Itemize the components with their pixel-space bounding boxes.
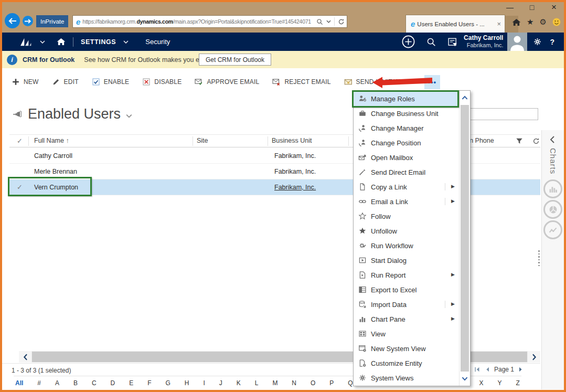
cell-full-name[interactable]: Cathy Carroll	[34, 152, 72, 160]
address-bar[interactable]: e https://fabrikamorg.crm.dynamics.com/m…	[72, 15, 347, 28]
browser-back-button[interactable]	[5, 13, 20, 28]
help-button[interactable]: ?	[550, 38, 554, 46]
dynamics-logo-icon[interactable]	[19, 37, 33, 47]
select-all-check-icon[interactable]: ✓	[17, 137, 23, 145]
scroll-right-button[interactable]	[528, 351, 540, 363]
column-divider[interactable]	[268, 136, 268, 146]
column-header-full-name[interactable]: Full Name ↑	[34, 137, 69, 144]
pin-icon[interactable]	[13, 110, 23, 119]
cell-business-unit-link[interactable]: Fabrikam, Inc.	[274, 184, 316, 191]
browser-forward-button[interactable]	[23, 16, 33, 26]
charts-panel-label[interactable]: Charts	[549, 148, 558, 174]
alpha-c[interactable]: C	[90, 378, 98, 388]
menu-item-view[interactable]: View	[354, 326, 459, 341]
alpha-z[interactable]: Z	[514, 378, 521, 388]
alpha-g[interactable]: G	[164, 378, 172, 388]
alpha-hash[interactable]: #	[36, 378, 42, 388]
nav-settings[interactable]: SETTINGS	[81, 38, 116, 46]
previous-page-icon[interactable]	[485, 366, 490, 373]
view-title[interactable]: Enabled Users	[28, 106, 121, 122]
alpha-l[interactable]: L	[253, 378, 260, 388]
alpha-m[interactable]: M	[271, 378, 279, 388]
menu-item-run-report[interactable]: Run Report ▶	[354, 268, 459, 282]
alpha-x[interactable]: X	[477, 378, 485, 388]
cell-full-name[interactable]: Merle Brennan	[34, 168, 77, 175]
alpha-o[interactable]: O	[309, 378, 317, 388]
alpha-h[interactable]: H	[183, 378, 191, 388]
row-selected-check-icon[interactable]: ✓	[17, 183, 23, 191]
scroll-up-button[interactable]	[460, 91, 470, 104]
alpha-y[interactable]: Y	[496, 378, 503, 388]
menu-item-manage-roles[interactable]: Manage Roles	[354, 91, 459, 106]
alpha-e[interactable]: E	[127, 378, 135, 388]
user-info[interactable]: Cathy Carroll Fabrikam, Inc.	[464, 35, 503, 48]
menu-item-system-views[interactable]: System Views	[354, 370, 459, 385]
search-icon[interactable]	[426, 37, 436, 47]
menu-item-chart-pane[interactable]: Chart Pane ▶	[354, 312, 459, 326]
scrollbar-thumb[interactable]	[461, 105, 469, 372]
scroll-down-button[interactable]	[460, 372, 470, 386]
chevron-down-icon[interactable]	[123, 40, 129, 44]
smiley-feedback-icon[interactable]	[552, 18, 561, 26]
maximize-icon[interactable]: □	[527, 3, 537, 12]
bar-chart-button[interactable]	[543, 179, 562, 198]
disable-button[interactable]: DISABLE	[142, 78, 181, 86]
menu-item-copy-a-link[interactable]: Copy a Link ▶	[354, 179, 459, 194]
send-invitation-button[interactable]: SEND INVITATION	[344, 78, 411, 86]
menu-item-open-mailbox[interactable]: Open Mailbox	[354, 150, 459, 165]
chevron-down-icon[interactable]	[40, 40, 45, 44]
refresh-icon[interactable]	[338, 18, 345, 25]
chevron-down-icon[interactable]	[326, 20, 331, 23]
menu-item-new-system-view[interactable]: New System View	[354, 341, 459, 356]
home-icon[interactable]	[57, 38, 66, 46]
alpha-i[interactable]: I	[201, 378, 206, 388]
alpha-n[interactable]: N	[290, 378, 298, 388]
column-header-business-unit[interactable]: Business Unit	[272, 137, 312, 144]
panel-resize-handle[interactable]	[538, 250, 540, 266]
alpha-all[interactable]: All	[14, 378, 25, 388]
browser-tab[interactable]: e Users Enabled Users - ... ×	[405, 15, 505, 33]
menu-item-change-manager[interactable]: Change Manager	[354, 121, 459, 135]
refresh-icon[interactable]	[532, 137, 540, 145]
next-page-icon[interactable]	[518, 366, 524, 373]
menu-item-import-data[interactable]: Import Data ▶	[354, 297, 459, 312]
line-chart-button[interactable]	[543, 220, 562, 239]
menu-item-follow[interactable]: Follow	[354, 209, 459, 224]
column-divider[interactable]	[193, 136, 193, 146]
menu-item-export-to-excel[interactable]: Export to Excel	[354, 282, 459, 297]
cell-business-unit[interactable]: Fabrikam, Inc.	[274, 168, 316, 175]
get-crm-outlook-button[interactable]: Get CRM for Outlook	[199, 54, 271, 66]
menu-item-send-direct-email[interactable]: Send Direct Email	[354, 165, 459, 179]
column-divider[interactable]	[348, 136, 349, 146]
cell-business-unit[interactable]: Fabrikam, Inc.	[274, 152, 316, 160]
menu-item-run-workflow[interactable]: Run Workflow	[354, 238, 459, 253]
menu-item-start-dialog[interactable]: Start Dialog	[354, 253, 459, 268]
scroll-left-button[interactable]	[19, 351, 31, 363]
alpha-p[interactable]: P	[328, 378, 335, 388]
pie-chart-button[interactable]	[543, 200, 562, 219]
column-header-site[interactable]: Site	[197, 137, 208, 144]
menu-item-email-a-link[interactable]: Email a Link ▶	[354, 194, 459, 209]
alpha-k[interactable]: K	[235, 378, 242, 388]
alpha-j[interactable]: J	[218, 378, 224, 388]
home-icon[interactable]	[512, 18, 521, 26]
edit-button[interactable]: EDIT	[52, 78, 79, 86]
minimize-icon[interactable]: —	[505, 3, 515, 12]
cell-full-name[interactable]: Vern Crumpton	[34, 184, 78, 191]
first-page-icon[interactable]	[474, 366, 480, 373]
breadcrumb[interactable]: Security	[145, 38, 170, 46]
tab-close-icon[interactable]: ×	[497, 20, 501, 28]
alpha-f[interactable]: F	[146, 378, 153, 388]
settings-gear-icon[interactable]	[533, 37, 542, 46]
settings-gear-icon[interactable]: ⚙	[540, 17, 547, 27]
advanced-find-icon[interactable]	[447, 37, 458, 47]
menu-item-unfollow[interactable]: Unfollow	[354, 224, 459, 238]
quick-create-plus-icon[interactable]	[402, 35, 415, 48]
menu-scrollbar[interactable]	[459, 91, 470, 386]
menu-item-change-business-unit[interactable]: Change Business Unit	[354, 106, 459, 121]
search-icon[interactable]	[316, 18, 323, 25]
favorites-star-icon[interactable]: ★	[527, 17, 533, 27]
reject-email-button[interactable]: REJECT EMAIL	[272, 78, 330, 86]
menu-item-change-position[interactable]: Change Position	[354, 135, 459, 150]
alpha-d[interactable]: D	[109, 378, 117, 388]
